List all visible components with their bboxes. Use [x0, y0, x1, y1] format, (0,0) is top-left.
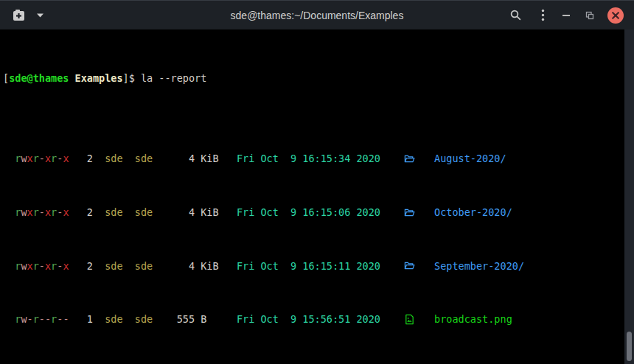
prompt-bracket-close: ]$ — [123, 71, 135, 85]
window-title: sde@thames:~/Documents/Examples — [231, 10, 404, 21]
file-size-unit: KiB — [201, 152, 218, 165]
perm-char: w — [21, 260, 27, 272]
close-button[interactable] — [607, 7, 624, 24]
file-list: rwxr-xr-x2sdesde4KiBFri Oct 9 16:15:34 2… — [3, 125, 634, 364]
owner: sde — [105, 312, 122, 326]
perm-char: - — [39, 260, 45, 272]
prompt-user-host: sde@thames — [9, 71, 69, 85]
file-name: September-2020/ — [434, 259, 524, 273]
file-size: 4 — [164, 152, 195, 165]
prompt-command-line: [sde@thamesExamples]$la --report — [3, 71, 634, 85]
perm-char: - — [45, 313, 51, 325]
permissions: rwxr-xr-x — [15, 259, 69, 273]
file-size: 555 — [164, 312, 195, 326]
perm-char: r — [33, 260, 39, 272]
file-row: rwxr-xr-x2sdesde4KiBFri Oct 9 16:15:06 2… — [3, 206, 634, 219]
restore-icon — [585, 11, 594, 20]
minimize-icon — [562, 14, 571, 17]
file-size-unit: B — [201, 312, 218, 326]
modified-datetime: Fri Oct 9 15:56:51 2020 — [237, 312, 380, 326]
permissions: rwxr-xr-x — [15, 206, 69, 219]
modified-datetime: Fri Oct 9 16:15:06 2020 — [237, 206, 380, 219]
perm-char: r — [33, 153, 39, 164]
perm-char: x — [63, 206, 69, 218]
new-tab-button[interactable] — [12, 9, 26, 21]
scrollbar-track[interactable] — [624, 29, 634, 364]
perm-char: - — [39, 153, 45, 164]
close-icon — [612, 12, 619, 19]
file-size: 4 — [164, 259, 195, 273]
chevron-down-icon — [36, 13, 44, 18]
titlebar-left-controls — [0, 9, 44, 21]
perm-char: w — [21, 153, 27, 164]
perm-char: x — [45, 153, 51, 164]
terminal-screen[interactable]: [sde@thamesExamples]$la --report rwxr-xr… — [0, 29, 634, 364]
tab-chooser-button[interactable] — [36, 13, 44, 18]
perm-char: r — [33, 206, 39, 218]
folder-open-icon — [404, 153, 416, 164]
search-icon — [509, 9, 522, 21]
file-size-unit: KiB — [201, 259, 218, 273]
perm-char: w — [21, 313, 27, 325]
search-button[interactable] — [509, 9, 522, 21]
command-text: la --report — [141, 71, 206, 85]
perm-char: x — [63, 260, 69, 272]
perm-char: x — [45, 260, 51, 272]
link-count: 2 — [87, 152, 93, 165]
perm-char: x — [63, 153, 69, 164]
menu-button[interactable] — [541, 9, 545, 21]
file-size-unit: KiB — [201, 206, 218, 219]
file-row: rw-r--r--1sdesde555BFri Oct 9 15:56:51 2… — [3, 312, 634, 326]
image-file-icon — [404, 314, 416, 325]
titlebar-right-controls — [509, 7, 634, 24]
folder-open-icon — [404, 260, 416, 271]
link-count: 2 — [87, 206, 93, 219]
link-count: 1 — [87, 312, 93, 326]
prompt-bracket-open: [ — [3, 71, 9, 85]
terminal-window: sde@thames:~/Documents/Examples — [0, 0, 634, 364]
perm-char: - — [63, 313, 69, 325]
restore-button[interactable] — [585, 11, 594, 20]
perm-char: - — [27, 313, 33, 325]
perm-char: x — [27, 260, 33, 272]
kebab-menu-icon — [541, 9, 545, 21]
scrollbar-thumb[interactable] — [627, 332, 632, 361]
new-tab-icon — [12, 9, 26, 21]
perm-char: r — [51, 313, 57, 325]
owner: sde — [105, 152, 122, 165]
prompt-directory: Examples — [75, 71, 123, 85]
permissions: rw-r--r-- — [15, 312, 69, 326]
perm-char: w — [21, 206, 27, 218]
group: sde — [135, 312, 153, 326]
folder-open-icon — [404, 207, 416, 218]
perm-char: x — [27, 206, 33, 218]
minimize-button[interactable] — [562, 14, 571, 17]
perm-char: r — [51, 260, 57, 272]
file-row: rwxr-xr-x2sdesde4KiBFri Oct 9 16:15:34 2… — [3, 152, 634, 165]
modified-datetime: Fri Oct 9 16:15:11 2020 — [237, 259, 380, 273]
permissions: rwxr-xr-x — [15, 152, 69, 165]
owner: sde — [105, 206, 122, 219]
modified-datetime: Fri Oct 9 16:15:34 2020 — [237, 152, 380, 165]
perm-char: - — [39, 206, 45, 218]
perm-char: r — [33, 313, 39, 325]
group: sde — [135, 206, 153, 219]
link-count: 2 — [87, 259, 93, 273]
file-name: October-2020/ — [434, 206, 512, 219]
perm-char: - — [39, 313, 45, 325]
file-name: broadcast.png — [434, 312, 512, 326]
perm-char: r — [51, 206, 57, 218]
file-size: 4 — [164, 206, 195, 219]
group: sde — [135, 152, 153, 165]
owner: sde — [105, 259, 122, 273]
perm-char: r — [51, 153, 57, 164]
group: sde — [135, 259, 153, 273]
file-name: August-2020/ — [434, 152, 506, 165]
file-row: rwxr-xr-x2sdesde4KiBFri Oct 9 16:15:11 2… — [3, 259, 634, 273]
perm-char: x — [27, 153, 33, 164]
perm-char: x — [45, 206, 51, 218]
titlebar[interactable]: sde@thames:~/Documents/Examples — [0, 0, 634, 29]
